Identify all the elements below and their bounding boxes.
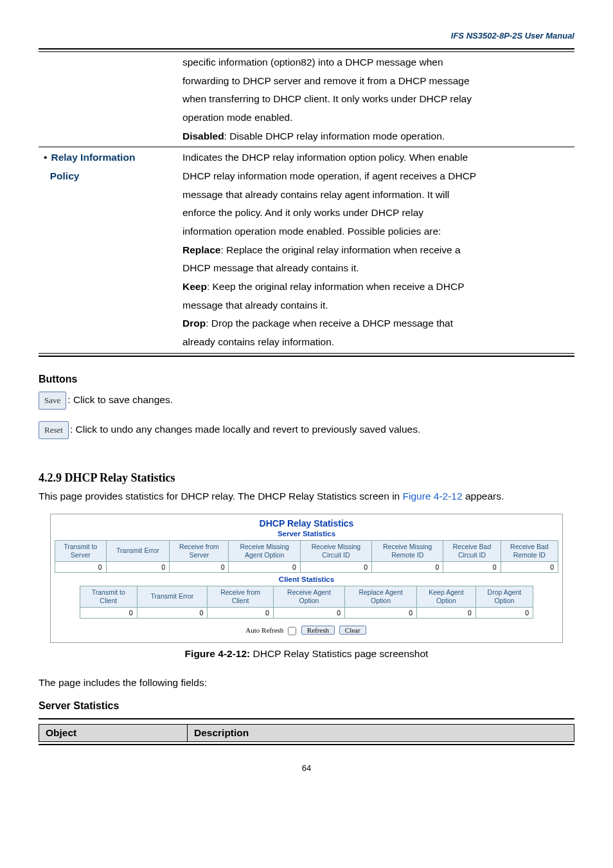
param-label: •Relay Information • Policy	[39, 147, 177, 352]
refresh-button[interactable]: Refresh	[301, 626, 335, 635]
stats-cell: 0	[80, 608, 138, 619]
doc-header: IFS NS3502-8P-2S User Manual	[39, 31, 574, 41]
stats-cell: 0	[229, 561, 300, 572]
stats-cell: 0	[55, 561, 107, 572]
reset-button[interactable]: Reset	[39, 421, 69, 439]
stats-cell: 0	[137, 608, 208, 619]
stats-col-header: Transmit Error	[137, 586, 208, 607]
stats-col-header: Receive BadRemote ID	[501, 540, 558, 561]
stats-cell: 0	[443, 561, 501, 572]
param-desc: specific information (option82) into a D…	[177, 52, 574, 147]
stats-col-header: Receive MissingCircuit ID	[300, 540, 371, 561]
fields-intro: The page includes the following fields:	[39, 675, 574, 691]
clear-button[interactable]: Clear	[339, 626, 366, 635]
server-stats-table: Transmit toServerTransmit ErrorReceive f…	[55, 540, 558, 573]
stats-cell: 0	[345, 608, 417, 619]
page-number: 64	[39, 763, 574, 773]
stats-col-header: Transmit toClient	[80, 586, 138, 607]
stats-col-header: Receive MissingRemote ID	[372, 540, 443, 561]
client-stats-sub: Client Statistics	[51, 575, 562, 586]
stats-cell: 0	[417, 608, 476, 619]
save-desc-row: Save: Click to save changes.	[39, 392, 574, 410]
auto-refresh-checkbox[interactable]	[288, 627, 296, 635]
fields-col-desc: Description	[188, 724, 574, 741]
rule	[39, 356, 574, 357]
fields-col-object: Object	[39, 724, 188, 741]
stats-cell: 0	[208, 608, 274, 619]
reset-desc-row: Reset: Click to undo any changes made lo…	[39, 421, 574, 439]
stats-cell: 0	[300, 561, 371, 572]
rule	[39, 744, 574, 745]
stats-controls: Auto Refresh Refresh Clear	[51, 622, 562, 642]
stats-col-header: Transmit Error	[106, 540, 170, 561]
buttons-heading: Buttons	[39, 374, 574, 385]
client-stats-table: Transmit toClientTransmit ErrorReceive f…	[80, 586, 533, 619]
stats-panel: DHCP Relay Statistics Server Statistics …	[50, 514, 563, 644]
section-heading: 4.2.9 DHCP Relay Statistics	[39, 471, 574, 485]
figure-caption: Figure 4-2-12: DHCP Relay Statistics pag…	[39, 648, 574, 660]
param-table: specific information (option82) into a D…	[39, 52, 574, 353]
figure-link[interactable]: Figure 4-2-12	[403, 491, 463, 502]
stats-cell: 0	[273, 608, 344, 619]
stats-cell: 0	[106, 561, 170, 572]
stats-col-header: Drop AgentOption	[475, 586, 533, 607]
server-stats-sub: Server Statistics	[51, 530, 562, 540]
server-stats-heading: Server Statistics	[39, 700, 574, 712]
save-button[interactable]: Save	[39, 392, 66, 410]
stats-col-header: Keep AgentOption	[417, 586, 476, 607]
stats-col-header: Replace AgentOption	[345, 586, 417, 607]
stats-cell: 0	[372, 561, 443, 572]
fields-table: Object Description	[39, 724, 574, 742]
stats-col-header: Receive fromServer	[170, 540, 229, 561]
param-desc: Indicates the DHCP relay information opt…	[177, 147, 574, 352]
stats-col-header: Transmit toServer	[55, 540, 107, 561]
stats-col-header: Receive AgentOption	[273, 586, 344, 607]
stats-cell: 0	[475, 608, 533, 619]
stats-col-header: Receive MissingAgent Option	[229, 540, 300, 561]
stats-cell: 0	[170, 561, 229, 572]
section-intro: This page provides statistics for DHCP r…	[39, 489, 574, 505]
stats-col-header: Receive fromClient	[208, 586, 274, 607]
stats-cell: 0	[501, 561, 558, 572]
stats-title: DHCP Relay Statistics	[51, 514, 562, 530]
stats-col-header: Receive BadCircuit ID	[443, 540, 501, 561]
